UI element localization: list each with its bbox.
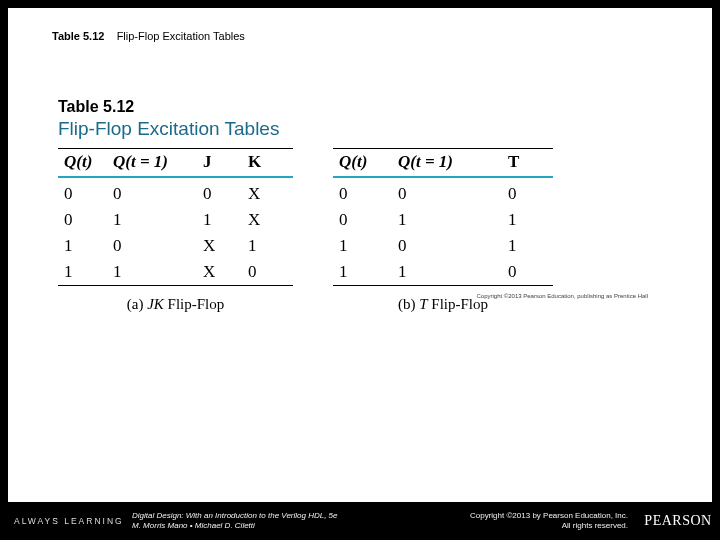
jk-table-wrap: Q(t) Q(t = 1) J K 0 0 0 X (58, 148, 293, 313)
slide-body: Table 5.12 Flip-Flop Excitation Tables T… (8, 8, 712, 502)
figure-copyright: Copyright ©2013 Pearson Education, publi… (476, 293, 648, 299)
jk-header-qt: Q(t) (58, 149, 113, 178)
pearson-logo-text: PEARSON (644, 513, 711, 529)
table-row: 1 0 1 (333, 233, 553, 259)
figure-title: Flip-Flop Excitation Tables (58, 118, 668, 140)
table-number: Table 5.12 (52, 30, 104, 42)
figure-header: Table 5.12 Flip-Flop Excitation Tables (58, 98, 668, 140)
pearson-logo: PEARSON (636, 513, 720, 529)
t-table: Q(t) Q(t = 1) T 0 0 0 0 1 (333, 148, 553, 286)
t-header-qt1: Q(t = 1) (398, 149, 508, 178)
jk-table: Q(t) Q(t = 1) J K 0 0 0 X (58, 148, 293, 286)
figure-area: Table 5.12 Flip-Flop Excitation Tables Q… (58, 98, 668, 313)
jk-header-qt1: Q(t = 1) (113, 149, 203, 178)
copyright-block: Copyright ©2013 by Pearson Education, In… (470, 511, 636, 531)
footer-bar: ALWAYS LEARNING Digital Design: With an … (0, 502, 720, 540)
t-table-wrap: Q(t) Q(t = 1) T 0 0 0 0 1 (333, 148, 553, 313)
table-title: Flip-Flop Excitation Tables (117, 30, 245, 42)
jk-subcaption: (a) JK Flip-Flop (58, 296, 293, 313)
brand-text: ALWAYS LEARNING (0, 516, 132, 526)
tables-row: Q(t) Q(t = 1) J K 0 0 0 X (58, 148, 668, 313)
t-header-qt: Q(t) (333, 149, 398, 178)
book-info: Digital Design: With an Introduction to … (132, 511, 470, 531)
copyright-line2: All rights reserved. (470, 521, 628, 531)
figure-number: Table 5.12 (58, 98, 668, 116)
table-row: 1 1 0 (333, 259, 553, 286)
table-row: 1 0 X 1 (58, 233, 293, 259)
jk-header-j: J (203, 149, 248, 178)
table-row: 1 1 X 0 (58, 259, 293, 286)
table-caption: Table 5.12 Flip-Flop Excitation Tables (52, 30, 245, 42)
book-title: Digital Design: With an Introduction to … (132, 511, 470, 521)
book-authors: M. Morris Mano • Michael D. Ciletti (132, 521, 470, 531)
table-row: 0 1 1 X (58, 207, 293, 233)
t-header-t: T (508, 149, 553, 178)
copyright-line1: Copyright ©2013 by Pearson Education, In… (470, 511, 628, 521)
table-row: 0 0 0 X (58, 177, 293, 207)
table-row: 0 1 1 (333, 207, 553, 233)
table-row: 0 0 0 (333, 177, 553, 207)
jk-header-k: K (248, 149, 293, 178)
